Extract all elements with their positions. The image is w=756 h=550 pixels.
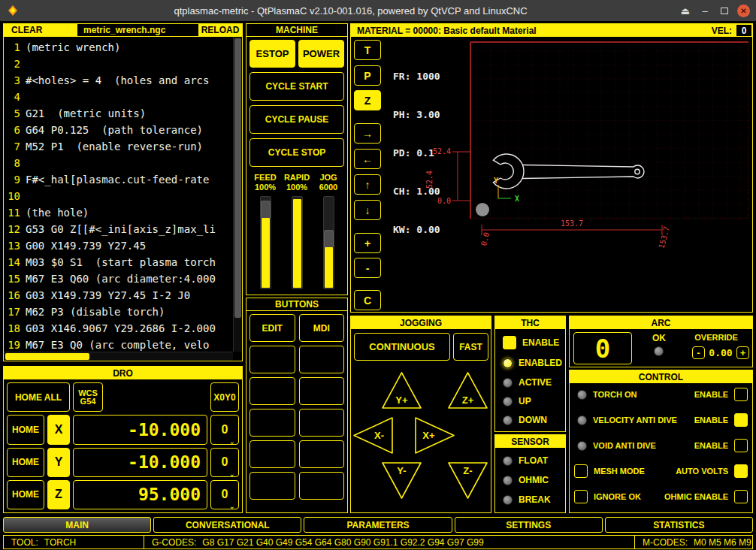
user-button[interactable] [249,377,295,405]
keep-above-icon[interactable]: ⏏ [676,2,695,19]
dro-axis-row-z: HOME Z 95.000 0⌄ [7,480,239,509]
zero-label: 0 [222,488,228,501]
line-text: G64 P0.125 (path tolerance) [26,122,203,138]
maximize-button[interactable] [715,2,734,19]
line-number: 3 [4,72,20,89]
probe-button[interactable]: P [354,65,381,86]
ohmic-label: OHMIC [519,475,549,485]
torch-enable-checkbox[interactable] [734,388,748,401]
ignore-ok-checkbox[interactable] [574,490,588,503]
user-button[interactable] [299,377,345,405]
arc-title: ARC [570,316,752,329]
axis-z-button[interactable]: Z [47,480,70,509]
zero-y-button[interactable]: 0⌄ [210,448,239,477]
fast-jog-button[interactable]: FAST [453,333,488,361]
clear-button[interactable]: CLEAR [4,24,77,36]
mesh-mode-checkbox[interactable] [574,464,588,478]
scrollbar-thumb[interactable] [234,38,241,318]
wcs-button[interactable]: WCS G54 [73,382,103,412]
minimize-button[interactable]: – [695,2,715,19]
gcode-line: 4 [4,89,233,105]
user-button[interactable] [299,472,345,500]
override-minus-button[interactable]: - [692,346,705,359]
home-y-button[interactable]: HOME [7,448,44,477]
cycle-stop-button[interactable]: CYCLE STOP [249,138,344,167]
control-title: CONTROL [570,370,752,383]
zero-z-button[interactable]: 0⌄ [210,480,239,509]
jog-x-minus-button[interactable]: X- [352,416,395,455]
scrollbar-thumb[interactable] [5,353,89,360]
tab-settings[interactable]: SETTINGS [455,517,603,533]
pan-right-button[interactable]: → [354,123,381,144]
pan-left-button[interactable]: ← [354,149,381,169]
tab-conversational[interactable]: CONVERSATIONAL [153,517,301,533]
override-plus-button[interactable]: + [736,346,749,359]
user-button[interactable] [299,346,345,373]
zero-x-button[interactable]: 0⌄ [210,415,239,444]
tab-main[interactable]: MAIN [3,517,151,533]
power-button[interactable]: POWER [298,40,344,68]
vertical-scrollbar[interactable] [233,37,242,352]
clear-plot-button[interactable]: C [354,290,381,310]
mdi-button[interactable]: MDI [299,314,345,342]
cut-height-readout: CH: 1.00 [393,185,440,198]
home-z-button[interactable]: HOME [7,480,44,509]
home-x-button[interactable]: HOME [7,415,44,444]
user-button[interactable] [249,346,295,373]
pan-down-button[interactable]: ↓ [354,200,381,220]
user-button[interactable] [249,409,295,437]
x0y0-button[interactable]: X0Y0 [210,382,239,412]
loaded-filename: metric_wrench.ngc [77,24,198,36]
user-button[interactable] [249,472,295,500]
estop-button[interactable]: ESTOP [249,40,295,68]
velocity-anti-dive-checkbox[interactable] [734,413,748,427]
zoom-in-button[interactable]: + [354,233,381,253]
horizontal-scrollbar[interactable] [4,352,233,361]
torch-position-marker [476,203,489,216]
user-button[interactable] [299,440,345,468]
axis-y-button[interactable]: Y [47,448,70,477]
window-title: qtplasmac-metric - QtPlasmaC v2.10-001.0… [26,5,676,17]
ohmic-enable-checkbox[interactable] [734,490,748,503]
void-anti-dive-checkbox[interactable] [734,439,748,452]
cycle-start-button[interactable]: CYCLE START [249,72,344,101]
thc-enable-checkbox[interactable] [503,336,516,349]
edit-button[interactable]: EDIT [249,314,295,342]
zoom-out-button[interactable]: - [354,258,381,278]
line-text: G21 (metric units) [26,105,146,122]
jog-z-plus-button[interactable]: Z+ [446,370,489,410]
user-button[interactable] [299,409,345,437]
line-number: 9 [4,171,20,188]
continuous-jog-button[interactable]: CONTINUOUS [354,333,450,361]
line-number: 16 [4,287,20,304]
feed-slider[interactable] [260,196,271,289]
rapid-slider-label: RAPID100% [281,173,313,192]
home-all-button[interactable]: HOME ALL [7,382,70,412]
jog-z-minus-button[interactable]: Z- [446,461,489,500]
gcode-line: 13G00 X149.739 Y27.45 [4,237,233,254]
void-anti-dive-label: VOID ANTI DIVE [593,441,656,450]
auto-volts-checkbox[interactable] [734,464,748,478]
pan-up-button[interactable]: ↑ [354,174,381,195]
tab-parameters[interactable]: PARAMETERS [304,517,452,533]
gcode-file-panel: CLEAR metric_wrench.ngc RELOAD 1(metric … [3,23,243,361]
jog-y-minus-button[interactable]: Y- [380,461,423,500]
gcode-listing[interactable]: 1(metric wrench) 2 3#<holes> = 4 (holes … [4,37,233,352]
jog-slider[interactable] [323,196,334,289]
dro-x-value: -10.000 [73,415,207,444]
tab-statistics[interactable]: STATISTICS [605,517,753,533]
touch-button[interactable]: T [354,40,381,60]
z-view-button[interactable]: Z [354,90,381,110]
user-button[interactable] [249,440,295,468]
cycle-pause-button[interactable]: CYCLE PAUSE [249,105,344,134]
thc-up-label: UP [519,396,531,406]
axis-x-button[interactable]: X [47,415,70,444]
close-button[interactable]: ✕ [737,5,750,17]
jog-y-plus-button[interactable]: Y+ [380,370,423,410]
jog-x-plus-button[interactable]: X+ [413,416,456,455]
material-label[interactable]: MATERIAL = 00000: Basic default Material [357,26,537,36]
rapid-slider[interactable] [292,196,303,289]
reload-button[interactable]: RELOAD [198,24,242,36]
gcode-header: CLEAR metric_wrench.ngc RELOAD [4,24,242,37]
gcode-line: 14M03 $0 S1 (start plasma torch [4,254,233,270]
